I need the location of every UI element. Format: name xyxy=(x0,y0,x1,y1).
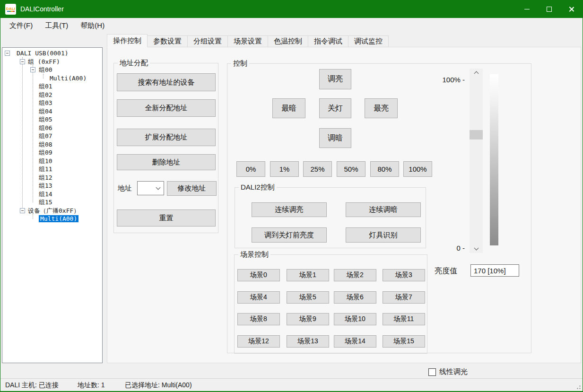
chevron-down-icon xyxy=(474,246,479,251)
linear-dimming-checkbox[interactable] xyxy=(428,368,436,376)
tree-item-label: 组00 xyxy=(39,66,52,73)
group-title: DALI2控制 xyxy=(239,183,277,192)
extend-assign-address-button[interactable]: 扩展分配地址 xyxy=(117,129,216,146)
tree-item-devices-broadcast[interactable]: 设备（广播0xFF） xyxy=(2,207,102,215)
collapse-icon[interactable] xyxy=(20,59,25,64)
tree-item-group-11[interactable]: 组11 xyxy=(2,165,102,174)
scene-10-button[interactable]: 场景10 xyxy=(334,313,376,325)
tree-item-dali-usb[interactable]: DALI USB(0001) xyxy=(2,49,102,58)
address-combobox[interactable] xyxy=(137,181,164,195)
scene-13-button[interactable]: 场景13 xyxy=(287,335,329,348)
tab-color-temp-control[interactable]: 色温控制 xyxy=(268,35,308,47)
app-logo-text: DALI xyxy=(6,7,15,11)
menu-file[interactable]: 文件(F) xyxy=(3,18,39,34)
tree-item-group-10[interactable]: 组10 xyxy=(2,157,102,166)
goto-last-level-button[interactable]: 调到关灯前亮度 xyxy=(252,227,327,243)
tree-item-label: 组10 xyxy=(39,157,52,165)
scene-3-button[interactable]: 场景3 xyxy=(383,269,425,281)
scene-8-button[interactable]: 场景8 xyxy=(237,313,280,325)
brightness-scrollbar[interactable] xyxy=(470,69,483,253)
percent-25-button[interactable]: 25% xyxy=(303,161,332,177)
tab-grouping-settings[interactable]: 分组设置 xyxy=(187,35,228,47)
selected-address-status: 已选择地址: Multi(A00) xyxy=(125,381,192,390)
scene-0-button[interactable]: 场景0 xyxy=(237,269,280,281)
tree-item-group-09[interactable]: 组09 xyxy=(2,148,102,157)
continuous-dim-down-button[interactable]: 连续调暗 xyxy=(346,202,421,217)
tab-operation-control[interactable]: 操作控制 xyxy=(107,34,148,47)
brightness-value-field[interactable]: 170 [10%] xyxy=(470,264,519,277)
group-title: 地址分配 xyxy=(118,59,150,68)
menu-help[interactable]: 帮助(H) xyxy=(74,18,111,34)
tree-item-label: 组07 xyxy=(39,132,52,139)
tree-item-group-13[interactable]: 组13 xyxy=(2,182,102,190)
collapse-icon[interactable] xyxy=(5,51,10,56)
scroll-up-button[interactable] xyxy=(470,69,483,77)
scene-15-button[interactable]: 场景15 xyxy=(383,335,425,348)
tree-item-group-14[interactable]: 组14 xyxy=(2,190,102,199)
tree-item-label: 组08 xyxy=(39,141,52,148)
reset-button[interactable]: 重置 xyxy=(117,209,216,226)
min-brightness-button[interactable]: 最暗 xyxy=(272,98,305,118)
tree-item-group-08[interactable]: 组08 xyxy=(2,140,102,149)
tab-scene-settings[interactable]: 场景设置 xyxy=(227,35,268,47)
lamp-identify-button[interactable]: 灯具识别 xyxy=(346,227,421,243)
tree-item-multi-a00-selected[interactable]: Multi(A00) xyxy=(2,215,102,223)
close-button[interactable] xyxy=(560,0,583,18)
scene-2-button[interactable]: 场景2 xyxy=(334,269,376,281)
chevron-up-icon xyxy=(474,71,479,76)
collapse-icon[interactable] xyxy=(30,67,35,72)
scrollbar-thumb[interactable] xyxy=(470,130,483,139)
assign-new-address-button[interactable]: 全新分配地址 xyxy=(117,99,216,117)
tree-item-label: Multi(A00) xyxy=(39,215,78,222)
scene-9-button[interactable]: 场景9 xyxy=(287,313,329,325)
maximize-button[interactable] xyxy=(538,0,560,18)
resize-grip[interactable] xyxy=(575,383,581,390)
tree-item-group-01[interactable]: 组01 xyxy=(2,82,102,91)
collapse-icon[interactable] xyxy=(20,208,25,213)
tree-item-group-03[interactable]: 组03 xyxy=(2,99,102,107)
menu-tools[interactable]: 工具(T) xyxy=(39,18,74,34)
title-bar: DALI DALIController xyxy=(0,0,583,18)
tree-item-group-root[interactable]: 组 (0xFF) xyxy=(2,58,102,66)
tab-parameter-settings[interactable]: 参数设置 xyxy=(147,35,188,47)
scene-7-button[interactable]: 场景7 xyxy=(383,291,425,304)
tree-item-multi-a00[interactable]: Multi(A00) xyxy=(2,74,102,83)
dim-down-button[interactable]: 调暗 xyxy=(319,128,351,148)
percent-0-button[interactable]: 0% xyxy=(236,161,265,177)
chevron-down-icon xyxy=(156,185,161,190)
tab-debug-monitor[interactable]: 调试监控 xyxy=(348,35,389,47)
tree-item-group-00[interactable]: 组00 xyxy=(2,66,102,74)
scene-14-button[interactable]: 场景14 xyxy=(334,335,376,348)
scene-1-button[interactable]: 场景1 xyxy=(287,269,329,281)
tree-item-group-06[interactable]: 组06 xyxy=(2,124,102,132)
modify-address-button[interactable]: 修改地址 xyxy=(167,181,217,196)
scroll-down-button[interactable] xyxy=(470,245,483,253)
scene-5-button[interactable]: 场景5 xyxy=(287,291,329,304)
scene-4-button[interactable]: 场景4 xyxy=(237,291,280,304)
percent-100-button[interactable]: 100% xyxy=(403,161,432,177)
percent-80-button[interactable]: 80% xyxy=(370,161,399,177)
tree-item-group-04[interactable]: 组04 xyxy=(2,107,102,116)
tree-item-group-07[interactable]: 组07 xyxy=(2,132,102,140)
tab-strip: 操作控制 参数设置 分组设置 场景设置 色温控制 指令调试 调试监控 xyxy=(107,34,388,47)
max-brightness-button[interactable]: 最亮 xyxy=(365,98,398,118)
continuous-dim-up-button[interactable]: 连续调亮 xyxy=(252,202,327,217)
dim-up-button[interactable]: 调亮 xyxy=(319,69,351,89)
tree-item-group-05[interactable]: 组05 xyxy=(2,115,102,124)
app-logo-strip xyxy=(7,11,15,12)
percent-50-button[interactable]: 50% xyxy=(337,161,365,177)
minimize-button[interactable] xyxy=(516,0,538,18)
search-addressed-devices-button[interactable]: 搜索有地址的设备 xyxy=(117,73,216,91)
lamp-off-button[interactable]: 关灯 xyxy=(319,98,351,118)
percent-1-button[interactable]: 1% xyxy=(270,161,299,177)
scene-11-button[interactable]: 场景11 xyxy=(383,313,425,325)
scene-12-button[interactable]: 场景12 xyxy=(237,335,280,348)
tab-command-debug[interactable]: 指令调试 xyxy=(308,35,348,47)
delete-address-button[interactable]: 删除地址 xyxy=(117,154,216,170)
address-label: 地址 xyxy=(118,184,132,193)
tree-item-group-12[interactable]: 组12 xyxy=(2,174,102,182)
tree-item-label: 组02 xyxy=(39,91,52,98)
tree-item-group-02[interactable]: 组02 xyxy=(2,91,102,99)
scene-6-button[interactable]: 场景6 xyxy=(334,291,376,304)
tree-item-group-15[interactable]: 组15 xyxy=(2,198,102,207)
